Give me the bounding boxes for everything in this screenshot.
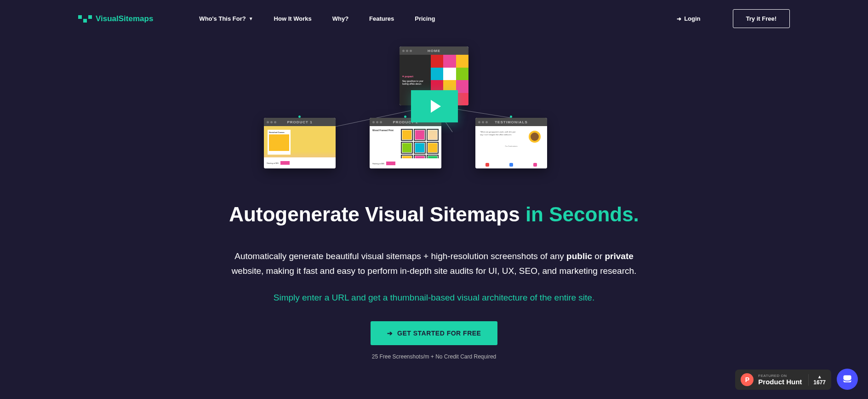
arrow-right-icon: ➔ — [387, 330, 393, 337]
hero-headline: Autogenerate Visual Sitemaps in Seconds. — [229, 203, 639, 226]
play-video-button[interactable] — [411, 90, 458, 122]
brand-logo[interactable]: VisualSitemaps — [78, 14, 153, 23]
intercom-chat-button[interactable] — [837, 369, 858, 390]
logo-icon — [78, 15, 92, 23]
diagram-product1-card: PRODUCT 1 Stretched Canvas Starting at $… — [264, 118, 336, 168]
get-started-button[interactable]: ➔ GET STARTED FOR FREE — [371, 321, 498, 345]
nav-why[interactable]: Why? — [332, 15, 348, 22]
login-icon: ➜ — [677, 16, 681, 22]
brand-name: VisualSitemaps — [96, 14, 153, 23]
nav-who-for[interactable]: Who's This For? ▼ — [199, 15, 253, 22]
main-navigation: VisualSitemaps Who's This For? ▼ How It … — [0, 0, 868, 37]
nav-pricing[interactable]: Pricing — [415, 15, 435, 22]
product-hunt-badge[interactable]: P FEATURED ON Product Hunt ▲ 1677 — [735, 370, 831, 390]
nav-how-it-works[interactable]: How It Works — [274, 15, 312, 22]
try-free-button[interactable]: Try it Free! — [733, 9, 790, 28]
hero-tagline: Simply enter a URL and get a thumbnail-b… — [274, 293, 594, 303]
testimonials-title: TESTIMONIALS — [495, 120, 528, 124]
cta-subtext: 25 Free Screenshots/m + No Credit Card R… — [372, 353, 496, 360]
product-hunt-icon: P — [741, 373, 754, 386]
hero-subtext: Automatically generate beautiful visual … — [223, 249, 645, 279]
ph-name: Product Hunt — [758, 378, 802, 386]
hero-section: HOME ♥ popart Say goodbye to your boring… — [0, 46, 868, 360]
sitemap-diagram: HOME ♥ popart Say goodbye to your boring… — [273, 46, 595, 185]
diagram-product2-card: PRODUCT 2 Wood Framed Print Starting at … — [370, 118, 441, 168]
upvote-icon: ▲ — [817, 374, 822, 379]
chat-icon — [842, 374, 853, 385]
ph-featured-label: FEATURED ON — [758, 374, 802, 378]
login-link[interactable]: ➜ Login — [677, 15, 700, 22]
home-card-title: HOME — [428, 49, 440, 53]
ph-vote-count: 1677 — [813, 379, 826, 386]
chevron-down-icon: ▼ — [249, 16, 253, 21]
diagram-testimonials-card: TESTIMONIALS "When we got pupster's work… — [475, 118, 547, 168]
nav-items: Who's This For? ▼ How It Works Why? Feat… — [199, 15, 654, 22]
nav-features[interactable]: Features — [369, 15, 394, 22]
product1-title: PRODUCT 1 — [287, 120, 312, 124]
